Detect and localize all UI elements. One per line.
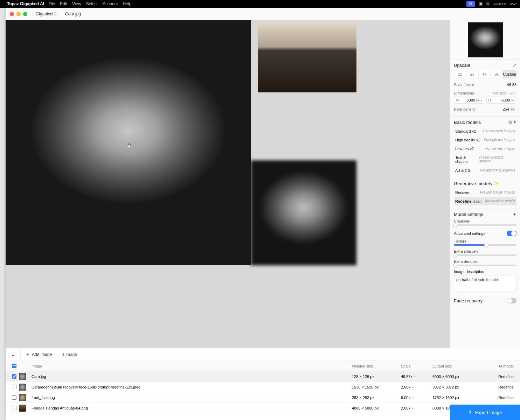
dimensions-label: Dimensions bbox=[454, 91, 474, 95]
auto-settings-icon[interactable]: ✦ bbox=[513, 212, 516, 217]
pixel-density-value[interactable]: 254 bbox=[502, 107, 509, 111]
menu-help[interactable]: Help bbox=[123, 1, 132, 6]
row-model: Redefine bbox=[485, 374, 516, 379]
row-filename: Cara.jpg bbox=[29, 374, 352, 379]
header-image[interactable]: Image bbox=[29, 364, 352, 368]
window-close-button[interactable] bbox=[10, 12, 14, 16]
face-recovery-title: Face recovery bbox=[454, 298, 483, 303]
row-filename: front_face.jpg bbox=[29, 396, 352, 400]
row-output-size: 3072 × 3072 px bbox=[432, 385, 485, 389]
filter-button[interactable] bbox=[6, 348, 21, 360]
window-minimize-button[interactable] bbox=[16, 12, 21, 16]
tab-file[interactable]: Cara.jpg bbox=[65, 12, 81, 16]
row-model: Redefine bbox=[485, 385, 516, 389]
battery-indicator: BA2: bbox=[509, 2, 516, 6]
scale-factor-value[interactable]: 46.88 bbox=[507, 83, 516, 87]
navigator-thumbnail[interactable] bbox=[450, 20, 520, 59]
upscale-preset-segmented[interactable]: 1x 2x 4x 6x Custom bbox=[454, 70, 516, 78]
sparkle-icon: ✨ bbox=[493, 181, 499, 186]
model-settings-title: Model settings bbox=[454, 212, 483, 217]
preset-6x[interactable]: 6x bbox=[491, 70, 503, 78]
model-name: Text & shapes bbox=[455, 155, 479, 164]
scale-factor-label: Scale factor bbox=[454, 83, 474, 87]
add-image-button[interactable]: ＋ Add image bbox=[21, 348, 57, 360]
row-original-size: 292 × 282 px bbox=[352, 396, 401, 400]
menu-file[interactable]: File bbox=[48, 1, 55, 6]
row-checkbox[interactable] bbox=[12, 406, 16, 410]
menu-select[interactable]: Select bbox=[86, 1, 98, 6]
table-row[interactable]: front_face.jpg 292 × 282 px 6.00x → 1752… bbox=[6, 392, 520, 403]
image-description-label: Image description bbox=[454, 270, 484, 274]
model-name: High fidelity v2 bbox=[455, 138, 480, 142]
auto-icon[interactable]: ✦ bbox=[513, 119, 516, 125]
image-list-panel: ＋ Add image 1 image Image Original size … bbox=[6, 348, 520, 420]
select-all-checkbox[interactable] bbox=[12, 364, 16, 368]
gen-models-title: Generative models bbox=[454, 181, 492, 186]
height-field[interactable]: H px bbox=[486, 97, 517, 104]
row-original-size: 128 × 128 px bbox=[352, 374, 401, 379]
tab-app[interactable]: Gigapixel8 bbox=[36, 12, 57, 16]
preset-4x[interactable]: 4x bbox=[479, 70, 491, 78]
height-input[interactable] bbox=[492, 98, 510, 102]
export-image-button[interactable]: ⇪ Export image bbox=[450, 405, 520, 420]
mac-menubar: Topaz Gigapixel AI File Edit View Select… bbox=[0, 0, 520, 8]
width-input[interactable] bbox=[460, 98, 475, 102]
row-checkbox[interactable] bbox=[12, 395, 16, 400]
extra-denoise-slider[interactable] bbox=[454, 265, 516, 266]
table-row[interactable]: Cara.jpg 128 × 128 px 46.88x → 6000 × 60… bbox=[6, 371, 520, 382]
menu-account[interactable]: Account bbox=[103, 1, 118, 6]
advanced-settings-toggle[interactable] bbox=[507, 231, 516, 236]
width-field[interactable]: W px ▾ bbox=[454, 97, 484, 104]
model-name: Standard v2 bbox=[455, 129, 476, 133]
app-window: Gigapixel8 Cara.jpg Upscale ⤢ 1x 2x bbox=[6, 8, 520, 420]
basic-model-row[interactable]: Standard v2Use for most images bbox=[454, 127, 516, 135]
header-output-size[interactable]: Output size bbox=[432, 364, 485, 368]
upscale-title: Upscale bbox=[454, 63, 470, 68]
texture-slider[interactable] bbox=[454, 244, 516, 246]
webcam-overlay[interactable] bbox=[258, 22, 356, 92]
row-scale: 2.00x → bbox=[401, 406, 432, 410]
preset-custom[interactable]: Custom bbox=[503, 70, 516, 78]
window-zoom-button[interactable] bbox=[23, 12, 27, 16]
crop-icon[interactable]: ⤢ bbox=[513, 63, 516, 68]
basic-model-row[interactable]: Low res v2For low-res images bbox=[454, 145, 516, 153]
image-description-input[interactable]: portrait of blonde female bbox=[454, 275, 516, 292]
gen-model-row[interactable]: RecoverFor low-quality images bbox=[454, 188, 516, 197]
menu-edit[interactable]: Edit bbox=[60, 1, 67, 6]
menu-view[interactable]: View bbox=[72, 1, 81, 6]
texture-label: Texture bbox=[454, 239, 466, 243]
gear-icon[interactable]: ⚙ bbox=[486, 1, 490, 6]
screen-record-icon[interactable]: ⧉ bbox=[466, 1, 475, 7]
basic-model-row[interactable]: Text & shapesPreserve text & shapes bbox=[454, 153, 516, 166]
row-checkbox[interactable] bbox=[12, 374, 16, 379]
creativity-label: Creativity bbox=[454, 219, 470, 223]
extra-sharpen-slider[interactable] bbox=[454, 254, 516, 256]
model-desc: For artwork & graphics bbox=[480, 168, 515, 173]
header-ai-model[interactable]: AI model bbox=[485, 364, 516, 368]
model-desc: For low-res images bbox=[485, 147, 515, 151]
basic-model-row[interactable]: Art & CGFor artwork & graphics bbox=[454, 166, 516, 175]
menubar-app-name[interactable]: Topaz Gigapixel AI bbox=[7, 1, 44, 6]
preset-2x[interactable]: 2x bbox=[466, 70, 479, 78]
chevron-down-icon[interactable]: ▾ bbox=[480, 98, 482, 102]
basic-model-row[interactable]: High fidelity v2For high-res images bbox=[454, 136, 516, 144]
row-filename: Cararedefine2-sin recovery face-1500-pro… bbox=[29, 385, 352, 389]
header-original-size[interactable]: Original size bbox=[352, 364, 401, 368]
image-viewer[interactable] bbox=[6, 20, 450, 348]
header-scale[interactable]: Scale bbox=[401, 364, 432, 368]
row-scale: 46.88x → bbox=[401, 374, 432, 379]
face-recovery-toggle[interactable] bbox=[507, 298, 516, 303]
camera-icon[interactable]: ▣ bbox=[479, 1, 483, 6]
compare-icon[interactable]: ⧉ bbox=[508, 119, 512, 125]
row-checkbox[interactable] bbox=[12, 385, 16, 389]
gen-model-row[interactable]: Redefine BETAAdd realistic details bbox=[454, 197, 516, 205]
model-name: Art & CG bbox=[455, 168, 471, 173]
preset-1x[interactable]: 1x bbox=[454, 70, 466, 78]
original-preview-image[interactable] bbox=[251, 160, 356, 265]
model-name: Recover bbox=[455, 190, 470, 195]
plus-icon: ＋ bbox=[26, 351, 30, 357]
creativity-slider[interactable] bbox=[454, 224, 516, 226]
table-row[interactable]: Cararedefine2-sin recovery face-1500-pro… bbox=[6, 382, 520, 392]
model-desc: For low-quality images bbox=[480, 190, 515, 195]
table-row[interactable]: Fondos Tiendas Antiguas-04.png 4000 × 50… bbox=[6, 403, 520, 413]
